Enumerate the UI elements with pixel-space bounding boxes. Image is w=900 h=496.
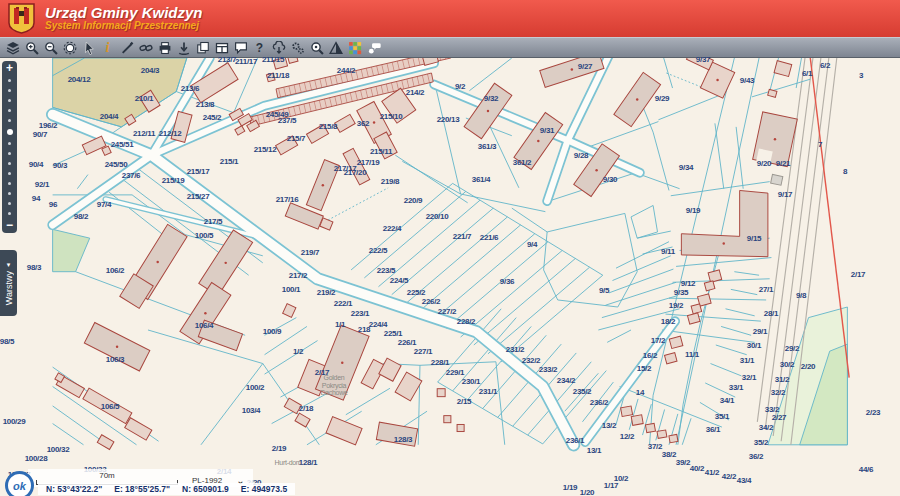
parcel-label: 39/2 (676, 459, 690, 468)
parcel-label: 9/37 (696, 56, 710, 65)
info-icon[interactable]: i (99, 39, 116, 56)
3d-view-icon[interactable] (327, 39, 344, 56)
parcel-label: 6/1 (802, 70, 812, 79)
zoom-track[interactable] (7, 76, 13, 218)
link-icon[interactable] (137, 39, 154, 56)
parcel-label: 232/2 (522, 357, 541, 366)
parcel-label: 28/1 (764, 310, 778, 319)
parcel-label: 215/19 (162, 177, 185, 186)
parcel-label: 2/27 (772, 414, 786, 423)
zoom-level-dot[interactable] (8, 99, 11, 102)
feedback-icon[interactable] (365, 39, 382, 56)
parcel-label: 228/1 (431, 359, 450, 368)
measure-icon[interactable] (118, 39, 135, 56)
parcel-label: 217/5 (204, 218, 223, 227)
zoom-level-dot[interactable] (8, 119, 11, 122)
parcel-label: 361/2 (513, 159, 532, 168)
zoom-slider[interactable]: + − (2, 61, 17, 233)
parcel-label: 96 (49, 201, 57, 210)
zoom-level-dot[interactable] (8, 212, 11, 215)
zoom-level-dot[interactable] (8, 192, 11, 195)
layers-icon[interactable] (4, 39, 21, 56)
zoom-level-dot[interactable] (8, 162, 11, 165)
search-icon[interactable] (308, 39, 325, 56)
zoom-level-dot[interactable] (8, 182, 11, 185)
download-icon[interactable] (175, 39, 192, 56)
poi-label: Golden Pokrycia Dachowe (320, 374, 347, 397)
parcel-label: 223/5 (377, 267, 396, 276)
parcel-label: 9/34 (679, 164, 693, 173)
parcel-label: 18/2 (661, 318, 675, 327)
parcel-label: 9/5 (599, 287, 609, 296)
chevron-down-icon: ▾ (7, 261, 11, 269)
parcel-label: 8 (843, 168, 847, 177)
parcel-label: 226/2 (422, 298, 441, 307)
parcel-label: 100/28 (25, 455, 48, 464)
parcel-label: 211/17 (235, 58, 257, 67)
parcel-label: 43/4 (737, 477, 751, 486)
pointer-icon[interactable] (80, 39, 97, 56)
zoom-level-dot[interactable] (8, 79, 11, 82)
zoom-out-button[interactable]: − (6, 218, 13, 233)
parcel-label: 212/12 (159, 130, 182, 139)
parcel-label: 9/35 (674, 289, 688, 298)
parcel-label: 106/2 (106, 267, 125, 276)
parcel-label: 221/7 (453, 233, 472, 242)
parcel-label: 1/20 (580, 489, 594, 496)
legend-icon[interactable] (346, 39, 363, 56)
parcel-label: 100/32 (47, 446, 70, 455)
parcel-label: 213/7 (218, 56, 237, 65)
parcel-label: 244/2 (337, 67, 356, 76)
parcel-label: 106/5 (101, 403, 120, 412)
zoom-out-icon[interactable] (42, 39, 59, 56)
coordinate-value: N: 650901.9 (182, 484, 229, 494)
cloud-download-icon[interactable] (270, 39, 287, 56)
layout-panels-icon[interactable] (213, 39, 230, 56)
zoom-level-dot[interactable] (8, 89, 11, 92)
parcel-label: 222/4 (383, 225, 402, 234)
coordinates-readout: N: 53°43'22.2"E: 18°55'25.7"N: 650901.9E… (38, 483, 295, 495)
parcel-label: 13/1 (587, 447, 601, 456)
zoom-level-dot[interactable] (8, 152, 11, 155)
print-icon[interactable] (156, 39, 173, 56)
parcel-label: 217/2 (289, 272, 308, 281)
full-extent-icon[interactable] (61, 39, 78, 56)
zoom-level-dot[interactable] (8, 109, 11, 112)
zoom-in-button[interactable]: + (6, 61, 13, 76)
parcel-label: 106/3 (106, 356, 125, 365)
parcel-label: 13/2 (602, 422, 616, 431)
parcel-label: 9/17 (778, 191, 792, 200)
parcel-label: 128/3 (394, 436, 413, 445)
parcel-label: 1/19 (563, 484, 577, 493)
parcel-label: 220/9 (404, 197, 423, 206)
zoom-level-dot[interactable] (8, 142, 11, 145)
parcel-label: 9/19 (686, 207, 700, 216)
map-canvas[interactable]: 204/12204/3210/1204/4213/6213/8213/7245/… (0, 58, 900, 496)
copy-view-icon[interactable] (194, 39, 211, 56)
parcel-label: 9/36 (500, 278, 514, 287)
parcel-label: 204/4 (100, 113, 119, 122)
parcel-label: 235/2 (573, 388, 592, 397)
parcel-label: 98/2 (74, 213, 88, 222)
zoom-level-dot[interactable] (8, 172, 11, 175)
parcel-label: 210/1 (135, 95, 154, 104)
parcel-label: 90/7 (33, 131, 47, 140)
parcel-label: 12/2 (620, 433, 634, 442)
parcel-label: 221/6 (480, 234, 499, 243)
parcel-label: 219/7 (301, 249, 320, 258)
zoom-level-dot[interactable] (8, 202, 11, 205)
parcel-label: 29/2 (785, 345, 799, 354)
comment-icon[interactable] (232, 39, 249, 56)
parcel-label: 1/2 (293, 348, 303, 357)
zoom-in-icon[interactable] (23, 39, 40, 56)
parcel-label: 2/19 (272, 445, 286, 454)
ok-logo-button[interactable]: ok (5, 471, 34, 496)
parcel-label: 31/2 (775, 376, 789, 385)
zoom-level-handle[interactable] (7, 129, 13, 135)
layers-panel-tab[interactable]: ▾ Warstwy (0, 250, 17, 316)
parcel-label: 38/2 (662, 451, 676, 460)
parcel-label: 211/18 (267, 72, 289, 81)
settings-icon[interactable] (289, 39, 306, 56)
parcel-label: 33/1 (729, 384, 743, 393)
help-icon[interactable]: ? (251, 39, 268, 56)
